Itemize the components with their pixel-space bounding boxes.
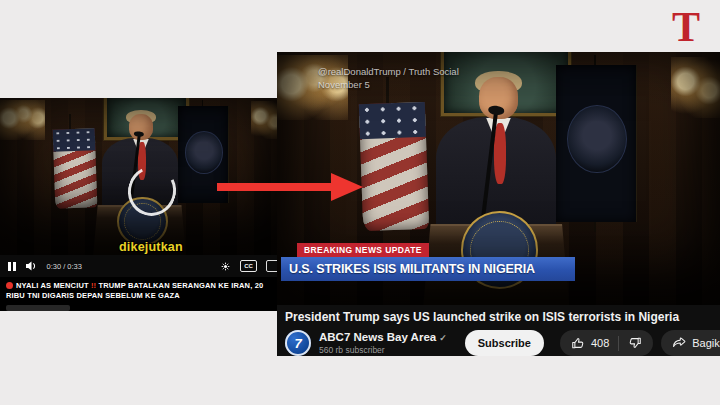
cropped-text-remnant [6, 305, 70, 311]
channel-name[interactable]: ABC7 News Bay Area✓ [319, 331, 447, 344]
time-display: 0:30 / 0:33 [47, 262, 82, 271]
player-controls: 0:30 / 0:33 CC [0, 255, 282, 277]
pause-icon[interactable] [8, 262, 16, 271]
red-circle-emoji [6, 282, 13, 289]
channel-avatar[interactable]: 7 [285, 330, 311, 356]
divider [618, 336, 619, 351]
headline-banner: U.S. STRIKES ISIS MILITANTS IN NIGERIA [281, 257, 575, 281]
watermark-account: @realDonaldTrump / Truth Social [318, 65, 459, 78]
truth-social-watermark: @realDonaldTrump / Truth Social November… [318, 65, 459, 91]
watermark-date: November 5 [318, 78, 459, 91]
volume-icon[interactable] [25, 260, 38, 272]
channel-text[interactable]: ABC7 News Bay Area✓ 560 rb subscriber [319, 331, 447, 355]
video-caption-overlay: dikejutkan [119, 240, 183, 254]
subscribe-button[interactable]: Subscribe [465, 330, 544, 356]
breaking-news-label: BREAKING NEWS UPDATE [297, 243, 429, 257]
video-title-area: NYALI AS MENCIUT !! TRUMP BATALKAN SERAN… [0, 277, 282, 311]
red-arrow [213, 169, 367, 205]
youtube-info-area: President Trump says US launched strike … [277, 305, 720, 356]
like-count[interactable]: 408 [591, 337, 609, 349]
share-icon [672, 336, 686, 350]
tempo-logo: T [672, 6, 700, 48]
share-label: Bagikan [692, 337, 720, 349]
left-video-title: NYALI AS MENCIUT !! TRUMP BATALKAN SERAN… [6, 281, 278, 301]
share-button[interactable]: Bagikan [661, 330, 720, 356]
thumbs-down-icon[interactable] [628, 336, 642, 350]
verified-icon: ✓ [439, 333, 447, 343]
settings-icon[interactable] [220, 261, 231, 272]
subscriber-count: 560 rb subscriber [319, 346, 447, 355]
youtube-video-title: President Trump says US launched strike … [285, 310, 712, 324]
channel-row: 7 ABC7 News Bay Area✓ 560 rb subscriber … [285, 330, 712, 356]
like-dislike-pill: 408 [560, 330, 653, 356]
captions-icon[interactable]: CC [240, 260, 257, 272]
title-text-1: NYALI AS MENCIUT [16, 281, 91, 290]
thumbs-up-icon[interactable] [571, 336, 585, 350]
